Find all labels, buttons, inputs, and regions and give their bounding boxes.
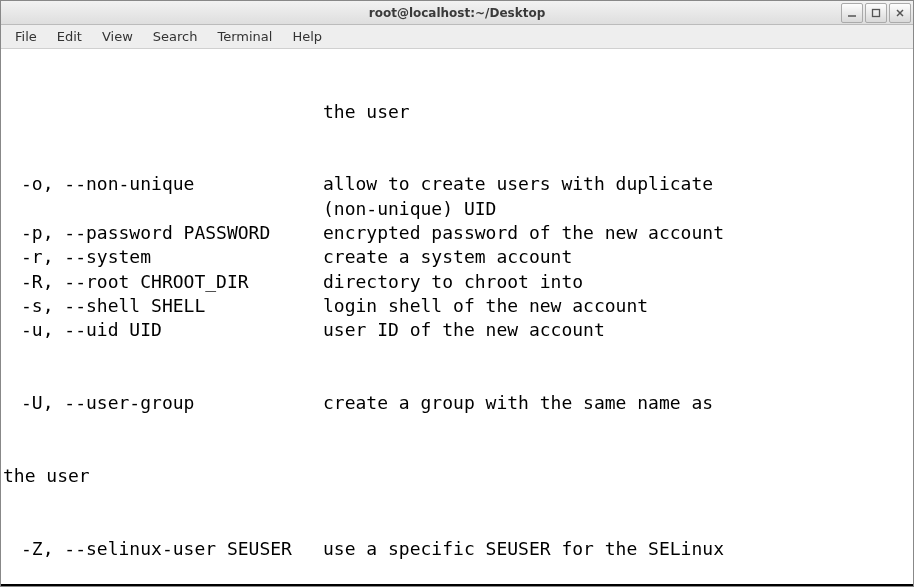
opt-desc: encrypted password of the new account [323,221,911,245]
maximize-button[interactable] [865,3,887,23]
terminal-scrollback: the user -o, --non-uniqueallow to create… [1,49,913,584]
opt-row: -r, --systemcreate a system account [3,245,911,269]
menu-help[interactable]: Help [282,27,332,46]
menu-terminal[interactable]: Terminal [207,27,282,46]
opt-desc: directory to chroot into [323,270,911,294]
close-button[interactable] [889,3,911,23]
opt-flag: -p, --password PASSWORD [3,221,323,245]
opt-row: -u, --uid UIDuser ID of the new account [3,318,911,342]
opt-flag: -r, --system [3,245,323,269]
opt-row: -s, --shell SHELLlogin shell of the new … [3,294,911,318]
opt-user-group-b: the user [3,464,911,488]
opt-flag: -R, --root CHROOT_DIR [3,270,323,294]
svg-rect-1 [873,9,880,16]
opt-selinux-a: -Z, --selinux-user SEUSER use a specific… [3,537,911,561]
opt-flag: -u, --uid UID [3,318,323,342]
opt-row: -o, --non-uniqueallow to create users wi… [3,172,911,221]
terminal-area[interactable]: the user -o, --non-uniqueallow to create… [1,49,913,586]
opt-desc: user ID of the new account [323,318,911,342]
minimize-icon [847,8,857,18]
window-controls [841,1,913,25]
opt-row: -R, --root CHROOT_DIRdirectory to chroot… [3,270,911,294]
opt-desc: login shell of the new account [323,294,911,318]
menu-edit[interactable]: Edit [47,27,92,46]
window-title: root@localhost:~/Desktop [1,6,913,20]
opt-row: -p, --password PASSWORDencrypted passwor… [3,221,911,245]
maximize-icon [871,8,881,18]
opt-top-cont: the user [3,100,911,124]
opt-flag: -o, --non-unique [3,172,323,221]
menu-search[interactable]: Search [143,27,208,46]
opt-desc: allow to create users with duplicate (no… [323,172,911,221]
menu-file[interactable]: File [5,27,47,46]
menubar: File Edit View Search Terminal Help [1,25,913,49]
opt-flag: -s, --shell SHELL [3,294,323,318]
titlebar: root@localhost:~/Desktop [1,1,913,25]
menu-view[interactable]: View [92,27,143,46]
opt-desc: create a system account [323,245,911,269]
close-icon [895,8,905,18]
terminal-active[interactable]: [root@localhost Desktop]# useradd westos… [1,584,913,586]
minimize-button[interactable] [841,3,863,23]
opt-user-group-a: -U, --user-group create a group with the… [3,391,911,415]
